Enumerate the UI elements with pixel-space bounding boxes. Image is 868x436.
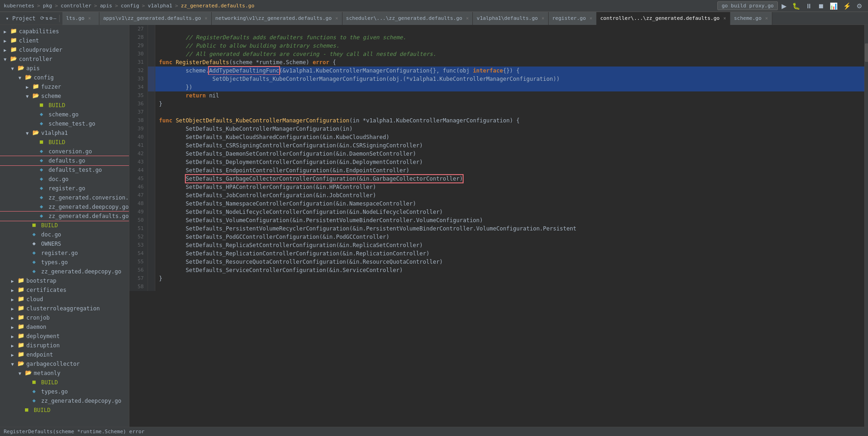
breadcrumb-pkg[interactable]: pkg [43, 3, 52, 9]
tree-zz-deepcopy-config[interactable]: ◆ zz_generated.deepcopy.go [0, 267, 129, 276]
line-gutter [148, 83, 155, 91]
tree-types-config[interactable]: ◆ types.go [0, 258, 129, 267]
tree-controller[interactable]: ▼ 📂 controller [0, 54, 129, 64]
tree-cloud[interactable]: ▶ 📁 cloud [0, 295, 129, 304]
tree-doc-config[interactable]: ◆ doc.go [0, 230, 129, 239]
tab-scheme[interactable]: scheme.go × [730, 12, 772, 25]
tree-apis[interactable]: ▼ 📂 apis [0, 64, 129, 73]
tree-build-metaonly[interactable]: ■ BUILD [0, 378, 129, 387]
profile-button[interactable]: ⚡ [841, 1, 853, 11]
tree-zz-defaults-go[interactable]: ◆ zz_generated.defaults.go [0, 212, 129, 221]
run-config-label[interactable]: go build proxy.go [717, 1, 778, 10]
tree-fuzzer[interactable]: ▶ 📁 fuzzer [0, 82, 129, 91]
tree-zz-deepcopy-go[interactable]: ◆ zz_generated.deepcopy.go [0, 202, 129, 212]
tab-close[interactable]: × [88, 16, 91, 21]
tree-cloudprovider[interactable]: ▶ 📁 cloudprovider [0, 45, 129, 54]
file-icon: ◆ [32, 388, 40, 395]
tree-endpoint[interactable]: ▶ 📁 endpoint [0, 350, 129, 359]
tree-daemon[interactable]: ▶ 📁 daemon [0, 322, 129, 332]
tab-networking-zz[interactable]: networking\v1\zz_generated.defaults.go × [212, 12, 342, 25]
tab-close[interactable]: × [205, 16, 208, 21]
breadcrumb-apis[interactable]: apis [100, 3, 112, 9]
tab-lts[interactable]: lts.go × [62, 12, 99, 25]
tab-apps-zz[interactable]: apps\v1\zz_generated.defaults.go × [99, 12, 212, 25]
tree-clusterrole[interactable]: ▶ 📁 clusterroleaggregation [0, 304, 129, 313]
line-content: func RegisterDefaults(scheme *runtime.Sc… [155, 58, 336, 67]
line-gutter [148, 100, 155, 108]
code-area[interactable]: 27 28 // RegisterDefaults adds defaulter… [129, 25, 864, 427]
run-button[interactable]: ▶ [780, 1, 789, 11]
tree-disruption[interactable]: ▶ 📁 disruption [0, 341, 129, 350]
tree-build-scheme[interactable]: ■ BUILD [0, 101, 129, 110]
sync-icon[interactable]: ⟳ [40, 15, 44, 21]
tree-metaonly[interactable]: ▼ 📂 metaonly [0, 369, 129, 378]
line-number: 31 [129, 58, 148, 67]
project-label: ▾ Project [2, 15, 39, 22]
tree-garbagecollector[interactable]: ▼ 📂 garbagecollector [0, 359, 129, 369]
file-icon: ◆ [32, 268, 40, 275]
tab-close[interactable]: × [723, 16, 726, 21]
arrow-icon: ▶ [11, 343, 18, 348]
tree-label: config [34, 74, 54, 81]
tree-zz-deepcopy-metaonly[interactable]: ◆ zz_generated.deepcopy.go [0, 396, 129, 406]
tree-build-config[interactable]: ■ BUILD [0, 221, 129, 230]
tree-defaults-go[interactable]: ◆ defaults.go [0, 156, 129, 165]
settings-icon[interactable]: ⚙ [49, 15, 53, 21]
line-content [155, 283, 159, 291]
breadcrumb-controller[interactable]: controller [61, 3, 91, 9]
tree-defaults-test-go[interactable]: ◆ defaults_test.go [0, 165, 129, 175]
tree-certificates[interactable]: ▶ 📁 certificates [0, 285, 129, 295]
breadcrumb-kubernetes[interactable]: kubernetes [4, 3, 34, 9]
stop-button[interactable]: ⏹ [816, 1, 826, 11]
line-content: // All generated defaulters are covering… [155, 50, 436, 58]
tree-owners[interactable]: ◆ OWNERS [0, 239, 129, 248]
tree-label: cloudprovider [19, 47, 62, 53]
tree-deployment[interactable]: ▶ 📁 deployment [0, 332, 129, 341]
tree-bootstrap[interactable]: ▶ 📁 bootstrap [0, 276, 129, 285]
breadcrumb-v1alpha1[interactable]: v1alpha1 [148, 3, 172, 9]
settings-top-button[interactable]: ⚙ [855, 1, 864, 11]
sort-icon[interactable]: ⇅ [45, 15, 49, 21]
tab-close[interactable]: × [765, 16, 768, 21]
tab-close[interactable]: × [466, 16, 469, 21]
tree-register-config[interactable]: ◆ register.go [0, 248, 129, 258]
tab-close[interactable]: × [336, 16, 338, 21]
file-icon: ◆ [32, 259, 40, 266]
tab-close[interactable]: × [542, 16, 544, 21]
right-scrollbar[interactable] [864, 25, 868, 427]
line-number: 49 [129, 208, 148, 216]
tab-scheduler-zz[interactable]: scheduler\...\zz_generated.defaults.go × [342, 12, 473, 25]
tree-register-go[interactable]: ◆ register.go [0, 184, 129, 193]
tree-scheme[interactable]: ▼ 📂 scheme [0, 91, 129, 101]
coverage-button[interactable]: 📊 [828, 1, 839, 11]
tree-capabilities[interactable]: ▶ 📁 capabilities [0, 27, 129, 36]
tree-cronjob[interactable]: ▶ 📁 cronjob [0, 313, 129, 322]
arrow-icon: ▼ [4, 57, 10, 62]
tree-zz-conv-go[interactable]: ◆ zz_generated.conversion.go [0, 193, 129, 202]
breadcrumb-file[interactable]: zz_generated.defaults.go [181, 3, 254, 9]
tree-doc-go[interactable]: ◆ doc.go [0, 175, 129, 184]
tab-v1alpha1-defaults[interactable]: v1alpha1\defaults.go × [473, 12, 548, 25]
tree-label: conversion.go [49, 148, 92, 155]
tree-config[interactable]: ▼ 📂 config [0, 73, 129, 82]
tree-scheme-test-go[interactable]: ◆ scheme_test.go [0, 119, 129, 128]
arrow-icon: ▼ [11, 66, 18, 71]
tab-controller-zz-active[interactable]: controller\...\zz_generated.defaults.go … [597, 12, 730, 25]
line-gutter [148, 283, 155, 291]
expand-icon[interactable]: — [53, 15, 56, 21]
tab-register[interactable]: register.go × [549, 12, 597, 25]
arrow-icon: ▶ [4, 48, 10, 53]
pause-button[interactable]: ⏸ [804, 1, 814, 11]
tree-scheme-go[interactable]: ◆ scheme.go [0, 110, 129, 119]
tree-build-v1alpha1[interactable]: ■ BUILD [0, 138, 129, 147]
breadcrumb-config[interactable]: config [121, 3, 139, 9]
tree-types-metaonly[interactable]: ◆ types.go [0, 387, 129, 396]
tree-v1alpha1[interactable]: ▼ 📂 v1alpha1 [0, 128, 129, 138]
tab-close[interactable]: × [590, 16, 593, 21]
debug-button[interactable]: 🐛 [790, 1, 802, 11]
line-number: 44 [129, 166, 148, 175]
tree-build-gc[interactable]: ■ BUILD [0, 406, 129, 415]
tree-conversion-go[interactable]: ◆ conversion.go [0, 147, 129, 156]
tree-client[interactable]: ▶ 📁 client [0, 36, 129, 45]
tree-label: daemon [26, 324, 46, 330]
